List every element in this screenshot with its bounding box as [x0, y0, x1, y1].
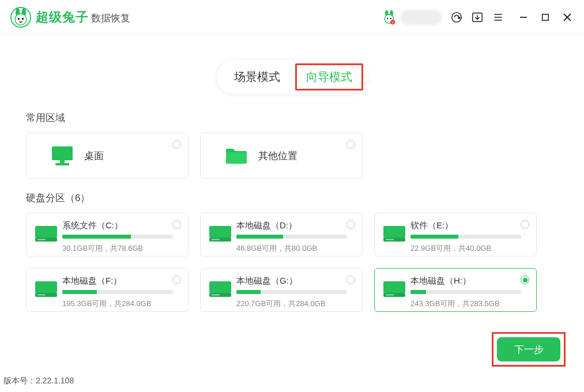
disk-name: 系统文件（C:） — [62, 220, 178, 231]
user-bunny-icon: V — [381, 9, 397, 25]
minimize-icon[interactable] — [517, 11, 530, 24]
main-content: 场景模式 向导模式 常用区域 桌面 其他位置 硬盘分区（6） 系统文件（C:）3… — [0, 35, 584, 312]
svg-rect-30 — [212, 239, 220, 240]
section-title-disks: 硬盘分区（6） — [26, 191, 558, 205]
svg-rect-34 — [37, 295, 46, 296]
maximize-icon[interactable] — [539, 11, 552, 24]
disk-progress — [62, 290, 173, 294]
menu-icon[interactable] — [492, 11, 504, 24]
disk-info: 30.1GB可用，共78.6GB — [62, 243, 178, 254]
disk-info: 46.8GB可用，共80.0GB — [236, 243, 352, 254]
disk-name: 本地磁盘（F:） — [62, 276, 178, 287]
disk-progress — [236, 235, 347, 239]
disk-progress — [410, 235, 521, 239]
disk-icon — [383, 224, 405, 242]
desktop-icon — [50, 145, 75, 166]
svg-rect-28 — [37, 239, 46, 240]
disk-name: 本地磁盘（G:） — [236, 276, 352, 287]
next-button[interactable]: 下一步 — [497, 337, 560, 361]
disk-card-0[interactable]: 系统文件（C:）30.1GB可用，共78.6GB — [26, 213, 189, 257]
disk-info: 195.3GB可用，共284.0GB — [62, 299, 178, 309]
disk-icon — [35, 279, 57, 297]
version-value: 2.22.1.108 — [36, 376, 74, 385]
svg-rect-26 — [226, 152, 247, 164]
disk-name: 软件（E:） — [410, 220, 526, 231]
svg-point-4 — [18, 17, 20, 20]
disk-icon — [209, 224, 231, 242]
disk-grid: 系统文件（C:）30.1GB可用，共78.6GB本地磁盘（D:）46.8GB可用… — [26, 213, 558, 312]
disk-progress — [62, 235, 173, 239]
close-icon[interactable] — [561, 11, 574, 24]
user-name-blur — [401, 10, 442, 25]
radio-indicator — [521, 276, 529, 284]
svg-rect-36 — [212, 295, 220, 296]
tab-scene-mode[interactable]: 场景模式 — [221, 63, 293, 91]
disk-progress — [410, 290, 521, 294]
disk-card-1[interactable]: 本地磁盘（D:）46.8GB可用，共80.0GB — [200, 213, 363, 257]
disk-card-4[interactable]: 本地磁盘（G:）220.7GB可用，共284.0GB — [200, 268, 363, 312]
svg-point-3 — [15, 13, 27, 25]
svg-rect-24 — [60, 160, 65, 163]
disk-info: 243.3GB可用，共283.5GB — [410, 299, 526, 309]
version-info: 版本号：2.22.1.108 — [3, 376, 74, 386]
brand-name: 超级兔子 — [36, 9, 89, 26]
title-bar: 超级兔子 数据恢复 V — [0, 0, 584, 35]
svg-point-14 — [458, 17, 460, 18]
folder-icon — [224, 145, 249, 166]
section-title-common: 常用区域 — [26, 111, 558, 125]
import-icon[interactable] — [471, 11, 484, 24]
disk-icon — [383, 279, 405, 297]
radio-indicator — [346, 140, 355, 149]
disk-icon — [35, 224, 57, 242]
radio-indicator — [172, 140, 181, 149]
svg-point-5 — [22, 17, 24, 20]
area-other[interactable]: 其他位置 — [200, 133, 363, 179]
disk-info: 22.9GB可用，共40.0GB — [410, 243, 526, 254]
svg-rect-20 — [542, 14, 549, 20]
tab-wizard-mode[interactable]: 向导模式 — [295, 63, 363, 91]
svg-text:V: V — [391, 20, 394, 24]
disk-progress — [236, 290, 347, 294]
area-desktop-label: 桌面 — [84, 149, 104, 163]
svg-rect-32 — [386, 239, 394, 240]
logo-block: 超级兔子 数据恢复 — [10, 7, 130, 28]
svg-rect-25 — [55, 163, 69, 165]
radio-indicator — [346, 276, 355, 284]
svg-rect-23 — [52, 146, 73, 160]
disk-card-5[interactable]: 本地磁盘（H:）243.3GB可用，共283.5GB — [374, 268, 537, 312]
disk-icon — [209, 279, 231, 297]
area-desktop[interactable]: 桌面 — [26, 133, 189, 179]
app-logo-icon — [10, 7, 31, 28]
disk-name: 本地磁盘（H:） — [410, 276, 526, 287]
radio-indicator — [521, 220, 529, 229]
brand-sub: 数据恢复 — [91, 12, 130, 25]
svg-rect-38 — [386, 295, 394, 296]
disk-card-2[interactable]: 软件（E:）22.9GB可用，共40.0GB — [374, 213, 537, 257]
radio-indicator — [172, 220, 181, 229]
disk-card-3[interactable]: 本地磁盘（F:）195.3GB可用，共284.0GB — [26, 268, 189, 312]
version-label: 版本号： — [3, 376, 36, 385]
header-right: V — [381, 9, 574, 25]
disk-name: 本地磁盘（D:） — [236, 220, 352, 231]
radio-indicator — [346, 220, 355, 229]
support-icon[interactable] — [450, 11, 463, 24]
area-other-label: 其他位置 — [258, 149, 297, 163]
next-button-highlight: 下一步 — [492, 332, 566, 367]
svg-point-9 — [387, 17, 389, 19]
user-area[interactable]: V — [381, 9, 442, 25]
disk-info: 220.7GB可用，共284.0GB — [236, 299, 352, 309]
svg-point-10 — [390, 17, 392, 19]
mode-tabs: 场景模式 向导模式 — [26, 60, 558, 94]
radio-indicator — [172, 276, 181, 284]
